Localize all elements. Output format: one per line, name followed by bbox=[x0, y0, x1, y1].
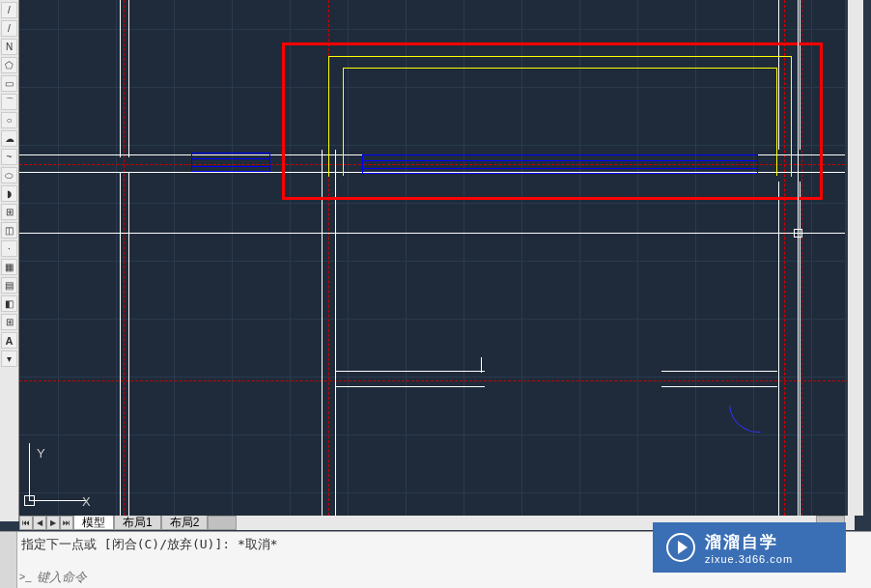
ucs-x-label: X bbox=[82, 494, 91, 509]
wall-line bbox=[120, 172, 121, 516]
draw-toolbar: / / N ⬠ ▭ ⌒ ○ ☁ ~ ⬭ ◗ ⊞ ◫ · ▦ ▤ ◧ ⊞ A ▾ bbox=[0, 0, 19, 521]
axis-line bbox=[19, 380, 845, 381]
wall-line bbox=[661, 371, 777, 372]
window-detail bbox=[191, 166, 270, 167]
hatch-tool[interactable]: ▦ bbox=[1, 259, 17, 275]
tab-nav-next[interactable]: ▶ bbox=[46, 516, 60, 530]
circle-tool[interactable]: ○ bbox=[1, 112, 17, 128]
ellipse-arc-tool[interactable]: ◗ bbox=[1, 185, 17, 202]
axis-line bbox=[124, 0, 125, 516]
window-detail bbox=[362, 160, 758, 161]
window-element bbox=[191, 153, 270, 172]
crosshair-pickbox bbox=[794, 229, 802, 238]
region-tool[interactable]: ◧ bbox=[1, 295, 17, 312]
toolbar-more[interactable]: ▾ bbox=[1, 350, 17, 367]
revcloud-tool[interactable]: ☁ bbox=[1, 130, 17, 147]
command-prompt-icon: >_ bbox=[17, 569, 33, 584]
door-swing-arc bbox=[265, 475, 339, 516]
model-space-viewport[interactable]: Y X bbox=[19, 0, 845, 516]
watermark-title: 溜溜自学 bbox=[705, 531, 793, 553]
polygon-tool[interactable]: ⬠ bbox=[1, 57, 17, 73]
watermark-logo: 溜溜自学 zixue.3d66.com bbox=[653, 522, 846, 573]
watermark-url: zixue.3d66.com bbox=[705, 553, 793, 565]
window-detail bbox=[362, 168, 758, 169]
table-tool[interactable]: ⊞ bbox=[1, 314, 17, 330]
command-panel-grip[interactable] bbox=[0, 532, 17, 588]
door-swing-arc bbox=[717, 363, 800, 445]
tab-nav-prev[interactable]: ◀ bbox=[33, 516, 46, 530]
gradient-tool[interactable]: ▤ bbox=[1, 277, 17, 294]
make-block-tool[interactable]: ◫ bbox=[1, 222, 17, 238]
insert-block-tool[interactable]: ⊞ bbox=[1, 204, 17, 220]
viewport-scrollbar-vertical[interactable] bbox=[848, 0, 863, 516]
line-tool[interactable]: / bbox=[1, 2, 17, 18]
rectangle-tool[interactable]: ▭ bbox=[1, 75, 17, 92]
polyline-tool[interactable]: N bbox=[1, 39, 17, 55]
ucs-y-label: Y bbox=[37, 446, 45, 461]
text-tool[interactable]: A bbox=[1, 332, 17, 349]
construction-line-tool[interactable]: / bbox=[1, 20, 17, 37]
wall-line bbox=[322, 172, 323, 516]
spline-tool[interactable]: ~ bbox=[1, 149, 17, 165]
tab-nav-last[interactable]: ⏭ bbox=[60, 516, 73, 530]
wall-line bbox=[778, 182, 779, 516]
wall-line bbox=[481, 357, 482, 373]
play-icon bbox=[666, 533, 695, 562]
wall-line bbox=[335, 172, 336, 516]
ellipse-tool[interactable]: ⬭ bbox=[1, 167, 17, 183]
point-tool[interactable]: · bbox=[1, 240, 17, 257]
wall-line bbox=[128, 0, 129, 157]
crosshair-vertical bbox=[798, 0, 799, 516]
tab-layout1[interactable]: 布局1 bbox=[114, 516, 161, 530]
window-element bbox=[362, 154, 758, 174]
wall-line bbox=[335, 386, 485, 387]
scroll-thumb[interactable] bbox=[208, 516, 237, 530]
tab-nav-first[interactable]: ⏮ bbox=[19, 516, 33, 530]
window-detail bbox=[191, 158, 270, 159]
tab-layout2[interactable]: 布局2 bbox=[161, 516, 209, 530]
wall-line bbox=[128, 172, 129, 516]
wall-line bbox=[120, 0, 121, 157]
arc-tool[interactable]: ⌒ bbox=[1, 94, 17, 110]
wall-line bbox=[335, 371, 485, 372]
tab-model[interactable]: 模型 bbox=[73, 516, 114, 530]
crosshair-horizontal bbox=[19, 233, 845, 234]
